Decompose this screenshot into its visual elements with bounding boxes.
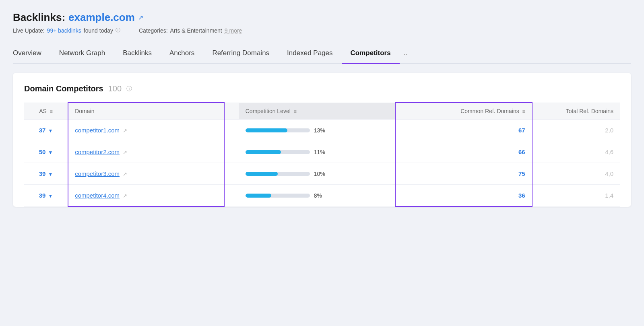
progress-bar-fill xyxy=(246,194,271,198)
tab-referring-domains[interactable]: Referring Domains xyxy=(203,45,278,64)
progress-pct: 11% xyxy=(314,149,328,155)
tab-backlinks[interactable]: Backlinks xyxy=(114,45,161,64)
domain-external-icon[interactable]: ↗ xyxy=(123,128,127,134)
table-row-total-ref: 1,4 xyxy=(532,185,620,207)
as-sort-icon[interactable]: ≡ xyxy=(50,109,53,114)
live-update-info-icon[interactable]: ⓘ xyxy=(116,27,120,34)
main-content: Domain Competitors 100 ⓘ AS xyxy=(13,73,631,207)
table-row-as[interactable]: 37 ▼ xyxy=(24,120,68,141)
section-title: Domain Competitors xyxy=(24,84,103,93)
table-row-comp-level: 13% xyxy=(239,120,395,141)
more-tabs-button[interactable]: ·· xyxy=(400,46,412,64)
page: Backlinks: example.com ↗ Live Update: 99… xyxy=(0,0,644,326)
common-ref-sort-icon[interactable]: ≡ xyxy=(522,109,525,114)
header: Backlinks: example.com ↗ Live Update: 99… xyxy=(13,11,631,34)
chevron-icon[interactable]: ▼ xyxy=(48,150,53,155)
table-row-common-ref: 66 xyxy=(395,141,532,163)
chevron-icon[interactable]: ▼ xyxy=(48,128,53,134)
table-row-as[interactable]: 50 ▼ xyxy=(24,141,68,163)
progress-pct: 8% xyxy=(314,192,328,199)
table-row-comp-level: 10% xyxy=(239,163,395,185)
table-row-domain: competitor1.com ↗ xyxy=(68,120,224,141)
categories-prefix: Categories: xyxy=(139,27,168,34)
tab-network-graph[interactable]: Network Graph xyxy=(50,45,114,64)
col-header-competition-level[interactable]: Competition Level ≡ xyxy=(239,103,395,120)
domain-external-icon[interactable]: ↗ xyxy=(123,171,127,177)
table-row-as[interactable]: 39 ▼ xyxy=(24,185,68,207)
title-row: Backlinks: example.com ↗ xyxy=(13,11,631,24)
progress-bar-fill xyxy=(246,172,278,176)
domain-link[interactable]: competitor1.com xyxy=(75,127,120,134)
section-count: 100 xyxy=(108,84,122,93)
table-row-domain: competitor2.com ↗ xyxy=(68,141,224,163)
table-row-common-ref: 75 xyxy=(395,163,532,185)
progress-pct: 10% xyxy=(314,171,328,177)
table-body: 37 ▼ competitor1.com ↗ 13% 67 2,0 xyxy=(24,120,620,207)
subtitle-row: Live Update: 99+ backlinks found today ⓘ… xyxy=(13,27,631,34)
domain-link[interactable]: competitor4.com xyxy=(75,192,120,199)
backlinks-label: Backlinks: xyxy=(13,11,65,24)
domain-link[interactable]: competitor2.com xyxy=(75,149,120,155)
nav-tabs: Overview Network Graph Backlinks Anchors… xyxy=(13,45,631,64)
competitors-table-wrap: AS ≡ Domain Competition Level ≡ Common xyxy=(24,102,620,207)
categories-more-link[interactable]: 9 more xyxy=(225,27,242,34)
table-row-total-ref: 2,0 xyxy=(532,120,620,141)
table-header: AS ≡ Domain Competition Level ≡ Common xyxy=(24,103,620,120)
competitors-table: AS ≡ Domain Competition Level ≡ Common xyxy=(24,102,620,207)
live-update-prefix: Live Update: xyxy=(13,27,45,34)
tab-competitors[interactable]: Competitors xyxy=(342,45,400,64)
table-row-common-ref: 67 xyxy=(395,120,532,141)
table-row-domain: competitor3.com ↗ xyxy=(68,163,224,185)
domain-external-icon[interactable]: ↗ xyxy=(123,149,127,155)
chevron-icon[interactable]: ▼ xyxy=(48,193,53,199)
progress-bar-bg xyxy=(246,150,310,154)
progress-bar-bg xyxy=(246,128,310,132)
tab-overview[interactable]: Overview xyxy=(13,45,50,64)
section-info-icon[interactable]: ⓘ xyxy=(126,85,132,93)
progress-bar-fill xyxy=(246,150,281,154)
progress-bar-fill xyxy=(246,128,287,132)
domain-external-icon[interactable]: ↗ xyxy=(123,193,127,199)
chevron-icon[interactable]: ▼ xyxy=(48,171,53,177)
comp-level-sort-icon[interactable]: ≡ xyxy=(294,109,297,114)
table-row-total-ref: 4,0 xyxy=(532,163,620,185)
progress-bar-bg xyxy=(246,194,310,198)
tab-anchors[interactable]: Anchors xyxy=(161,45,203,64)
table-row-common-ref: 36 xyxy=(395,185,532,207)
domain-link[interactable]: competitor3.com xyxy=(75,170,120,177)
col-header-domain: Domain xyxy=(68,103,224,120)
tab-indexed-pages[interactable]: Indexed Pages xyxy=(278,45,341,64)
categories-value: Arts & Entertainment xyxy=(170,27,222,34)
progress-pct: 13% xyxy=(314,127,328,134)
table-row-as[interactable]: 39 ▼ xyxy=(24,163,68,185)
live-update-suffix: found today xyxy=(84,27,113,34)
col-header-total-ref: Total Ref. Domains xyxy=(532,103,620,120)
section-header: Domain Competitors 100 ⓘ xyxy=(24,84,620,93)
table-row-comp-level: 8% xyxy=(239,185,395,207)
table-row-total-ref: 4,6 xyxy=(532,141,620,163)
table-row-domain: competitor4.com ↗ xyxy=(68,185,224,207)
external-link-icon[interactable]: ↗ xyxy=(138,14,143,21)
backlinks-count-link[interactable]: 99+ backlinks xyxy=(47,27,81,34)
col-header-as[interactable]: AS ≡ xyxy=(24,103,68,120)
table-row-comp-level: 11% xyxy=(239,141,395,163)
domain-name[interactable]: example.com xyxy=(68,11,135,24)
progress-bar-bg xyxy=(246,172,310,176)
col-header-common-ref[interactable]: Common Ref. Domains ≡ xyxy=(395,103,532,120)
